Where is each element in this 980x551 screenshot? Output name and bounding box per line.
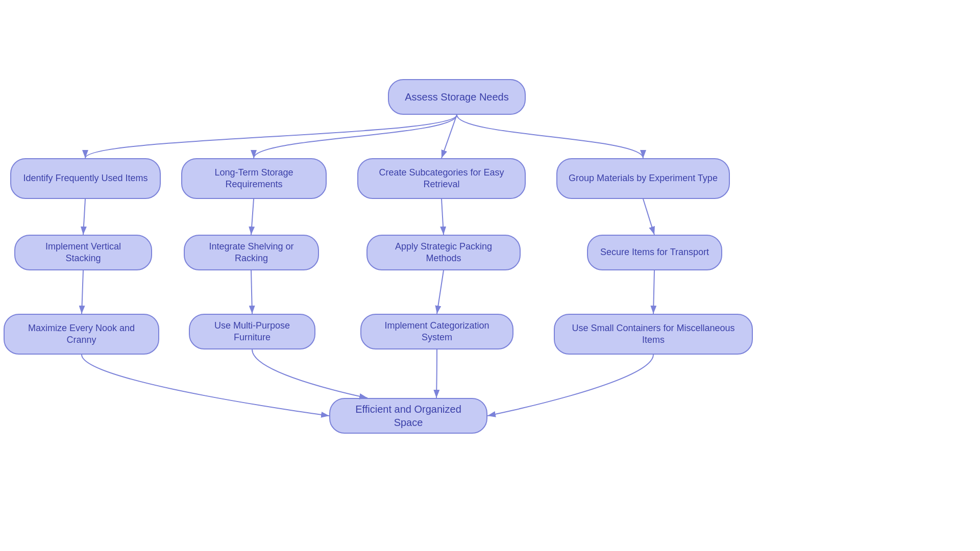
node-col2-r1: Long-Term Storage Requirements <box>181 158 327 199</box>
node-col3-r2: Apply Strategic Packing Methods <box>366 235 521 270</box>
svg-line-1 <box>83 199 85 235</box>
node-bottom: Efficient and Organized Space <box>329 398 487 434</box>
diagram-container: Assess Storage Needs Identify Frequently… <box>0 0 980 551</box>
node-col1-r3: Maximize Every Nook and Cranny <box>4 314 159 355</box>
node-root: Assess Storage Needs <box>388 79 526 115</box>
node-col4-r3: Use Small Containers for Miscellaneous I… <box>554 314 753 355</box>
node-col2-r2: Integrate Shelving or Racking <box>184 235 319 270</box>
node-col3-r3: Implement Categorization System <box>360 314 513 349</box>
node-col4-r1: Group Materials by Experiment Type <box>556 158 730 199</box>
svg-line-7 <box>643 199 654 235</box>
svg-line-8 <box>653 270 654 314</box>
node-col1-r2: Implement Vertical Stacking <box>14 235 152 270</box>
node-col1-r1: Identify Frequently Used Items <box>10 158 161 199</box>
svg-line-3 <box>251 199 254 235</box>
svg-line-6 <box>437 270 444 314</box>
svg-line-2 <box>82 270 83 314</box>
node-col3-r1: Create Subcategories for Easy Retrieval <box>357 158 526 199</box>
node-col2-r3: Use Multi-Purpose Furniture <box>189 314 315 349</box>
svg-line-4 <box>251 270 252 314</box>
node-col4-r2: Secure Items for Transport <box>587 235 722 270</box>
svg-line-5 <box>442 199 444 235</box>
